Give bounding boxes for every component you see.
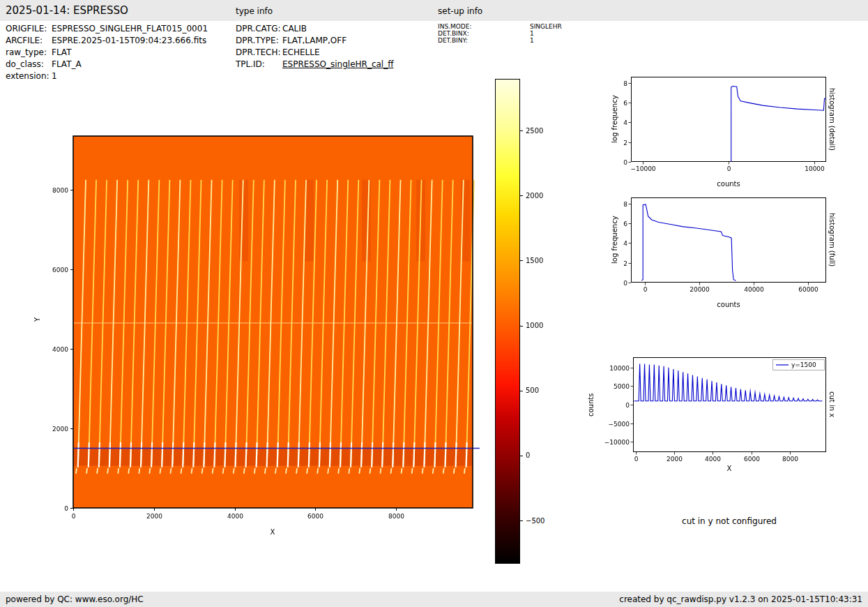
setup-info-block: INS.MODE: SINGLEHR DET.BINX: 1 DET.BINY:… <box>438 23 562 44</box>
hist-full-yaxis-title: log frequency <box>611 197 618 283</box>
setup-info-heading: set-up info <box>438 6 482 16</box>
field-label: DPR.TYPE: <box>236 36 282 47</box>
hist-full-xaxis-title: counts <box>694 301 763 308</box>
colorbar-tick <box>520 326 523 327</box>
field-value: FLAT,LAMP,OFF <box>282 36 347 47</box>
type-info-block: DPR.CATG: CALIB DPR.TYPE: FLAT,LAMP,OFF … <box>236 24 393 71</box>
header-bar: 2025-01-14: ESPRESSO type info set-up in… <box>0 0 868 21</box>
field-value: FLAT <box>52 47 71 59</box>
meta-row-ins-mode: INS.MODE: SINGLEHR <box>438 23 562 30</box>
page-title: 2025-01-14: ESPRESSO <box>6 4 128 17</box>
meta-row-det-binx: DET.BINX: 1 <box>438 30 562 37</box>
main-xaxis-title: X <box>238 528 307 536</box>
field-value: SINGLEHR <box>530 23 562 30</box>
colorbar-tick-label: −500 <box>526 517 545 525</box>
field-value: ESPRE.2025-01-15T09:04:23.666.fits <box>52 36 206 47</box>
cut-x-side-label: cut in x <box>828 357 836 452</box>
meta-row-arcfile: ARCFILE: ESPRE.2025-01-15T09:04:23.666.f… <box>6 36 208 47</box>
colorbar-tick <box>520 456 523 456</box>
hist-full-side-label: histogram (full) <box>828 197 836 283</box>
meta-row-dpr-type: DPR.TYPE: FLAT,LAMP,OFF <box>236 36 393 47</box>
cut-x-xaxis-title: X <box>694 465 764 472</box>
field-label: DPR.CATG: <box>236 24 282 36</box>
field-value: ECHELLE <box>282 47 320 59</box>
cut-in-x-plot <box>586 347 837 483</box>
hist-detail-side-label: histogram (detail) <box>828 77 836 162</box>
field-value: 1 <box>530 30 534 37</box>
meta-row-origfile: ORIGFILE: ESPRESSO_SINGLEHR_FLAT015_0001 <box>6 24 208 36</box>
colorbar-tick <box>520 520 523 521</box>
colorbar-gradient <box>495 79 520 564</box>
colorbar-tick <box>520 195 523 196</box>
main-yaxis-title: Y <box>33 292 41 347</box>
colorbar-tick-label: 2500 <box>526 127 543 135</box>
field-value: ESPRESSO_SINGLEHR_FLAT015_0001 <box>52 24 208 36</box>
colorbar-tick-label: 0 <box>526 451 530 459</box>
field-label: raw_type: <box>6 47 52 59</box>
meta-row-det-biny: DET.BINY: 1 <box>438 37 562 44</box>
hist-detail-yaxis-title: log frequency <box>611 77 618 162</box>
qc-report-page: 2025-01-14: ESPRESSO type info set-up in… <box>0 0 868 607</box>
field-label: ORIGFILE: <box>6 24 52 36</box>
footer-powered-by: powered by QC: www.eso.org/HC <box>6 594 144 604</box>
colorbar-tick-label: 500 <box>526 387 539 394</box>
meta-row-dpr-tech: DPR.TECH: ECHELLE <box>236 47 393 59</box>
cut-x-yaxis-title: counts <box>587 357 595 452</box>
colorbar-tick <box>520 260 523 261</box>
footer-created-by: created by qc_rawdisp.py v1.2.3 on 2025-… <box>619 594 862 604</box>
meta-row-dpr-catg: DPR.CATG: CALIB <box>236 24 393 36</box>
meta-row-raw-type: raw_type: FLAT <box>6 47 208 59</box>
field-label: DET.BINY: <box>438 37 530 44</box>
colorbar-tick-label: 2000 <box>526 192 543 200</box>
field-label: INS.MODE: <box>438 23 530 30</box>
type-info-heading: type info <box>236 6 273 16</box>
colorbar-tick <box>520 130 523 131</box>
histogram-detail-plot <box>598 66 839 192</box>
colorbar-tick-label: 1000 <box>526 322 543 329</box>
colorbar-tick <box>520 391 523 391</box>
field-label: DPR.TECH: <box>236 47 282 59</box>
field-label: DET.BINX: <box>438 30 530 37</box>
colorbar-tick-label: 1500 <box>526 257 543 264</box>
footer-bar: powered by QC: www.eso.org/HC created by… <box>0 592 868 607</box>
field-value: 1 <box>530 37 534 44</box>
cut-y-note: cut in y not configured <box>660 516 799 526</box>
histogram-full-plot <box>598 187 839 313</box>
field-label: ARCFILE: <box>6 36 52 47</box>
field-value: CALIB <box>282 24 307 36</box>
raw-image-plot <box>28 70 516 558</box>
colorbar: −50005001000150020002500 <box>495 79 520 564</box>
